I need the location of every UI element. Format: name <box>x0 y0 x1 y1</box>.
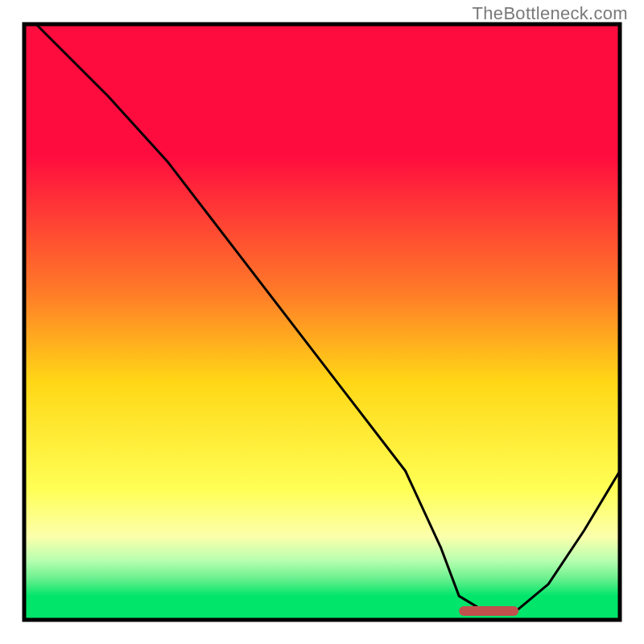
bottleneck-chart: TheBottleneck.com <box>0 0 644 644</box>
optimal-marker <box>459 606 518 616</box>
chart-svg <box>0 0 644 644</box>
plot-background <box>24 24 620 620</box>
watermark-label: TheBottleneck.com <box>473 3 628 24</box>
